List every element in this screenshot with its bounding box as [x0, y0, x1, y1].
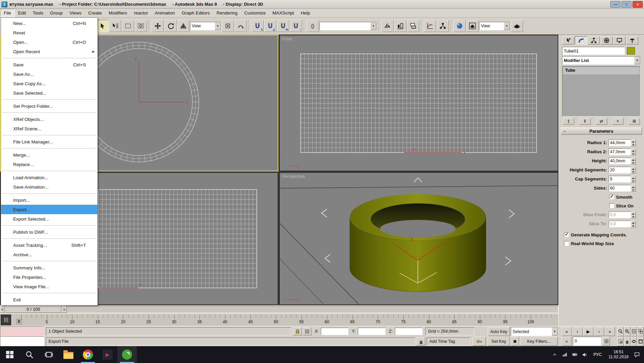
- mirror[interactable]: [381, 20, 394, 32]
- play-button[interactable]: ▶: [583, 327, 593, 336]
- material-editor[interactable]: [454, 20, 466, 32]
- menu-bar-item[interactable]: Modifiers: [105, 9, 130, 17]
- generate-mapping-checkbox[interactable]: [564, 232, 569, 237]
- use-pivot-point-center[interactable]: [222, 20, 234, 32]
- select-object[interactable]: [96, 20, 109, 32]
- file-explorer-button[interactable]: [59, 346, 78, 363]
- file-menu-item[interactable]: Set Project Folder...: [1, 101, 97, 111]
- layer-manager[interactable]: [407, 20, 419, 32]
- combo-arrow-icon[interactable]: ▼: [370, 22, 376, 30]
- file-menu-item[interactable]: View Image File...: [1, 282, 97, 291]
- spinner-snap-toggle[interactable]: ↕: [290, 20, 302, 32]
- viewport-front[interactable]: Front xy zxy: [279, 35, 558, 171]
- combo-arrow-icon[interactable]: ▼: [215, 22, 221, 30]
- file-menu-item[interactable]: Archive...: [1, 250, 97, 259]
- viewport-perspective[interactable]: Perspective yx zxy: [279, 172, 558, 305]
- tray-expand-button[interactable]: [550, 346, 559, 363]
- menu-bar-item[interactable]: Customize: [241, 9, 269, 17]
- select-and-move[interactable]: [152, 20, 164, 32]
- snap-toggle-3d[interactable]: 3: [251, 20, 264, 32]
- configure-modifier-sets-button[interactable]: ⊞: [628, 118, 640, 125]
- select-by-name[interactable]: [109, 20, 121, 32]
- previous-frame-button[interactable]: ‹: [572, 327, 583, 336]
- z-coordinate-field[interactable]: [395, 328, 423, 335]
- menu-bar-item[interactable]: Create: [85, 9, 105, 17]
- set-keys-button[interactable]: [472, 337, 486, 346]
- radius2-field[interactable]: [609, 148, 631, 155]
- panel-tab-hierarchy[interactable]: [588, 36, 600, 44]
- zoom-button[interactable]: [617, 327, 624, 336]
- menu-bar-item[interactable]: Animation: [151, 9, 178, 17]
- battery-tray-icon[interactable]: [571, 346, 579, 363]
- go-to-start-button[interactable]: «: [561, 327, 572, 336]
- select-and-rotate[interactable]: [164, 20, 177, 32]
- panel-tab-display[interactable]: [613, 36, 625, 44]
- select-and-scale[interactable]: [177, 20, 189, 32]
- file-menu-item[interactable]: XRef Objects...: [1, 114, 97, 124]
- file-menu-item[interactable]: [2, 112, 96, 113]
- file-menu-item[interactable]: [2, 193, 96, 194]
- file-menu-item[interactable]: Reset: [1, 28, 97, 37]
- file-menu-item[interactable]: [2, 99, 96, 100]
- render-scene-dialog[interactable]: [466, 20, 479, 32]
- named-selection-sets-combo[interactable]: ▼: [319, 22, 377, 30]
- parameters-rollout-header[interactable]: - Parameters: [561, 127, 642, 135]
- task-view-button[interactable]: [39, 346, 59, 363]
- network-tray-icon[interactable]: [560, 346, 569, 363]
- start-button[interactable]: [0, 346, 20, 363]
- menu-bar-item[interactable]: Views: [66, 9, 85, 17]
- file-menu-item[interactable]: Open... Ctrl+O: [1, 37, 97, 47]
- file-menu-item[interactable]: Exit: [1, 295, 97, 304]
- radius2-spinner[interactable]: [631, 148, 636, 155]
- modifier-stack-item[interactable]: Tube: [563, 67, 640, 74]
- time-slider-next-button[interactable]: >: [62, 306, 67, 313]
- file-menu-item[interactable]: [2, 135, 96, 135]
- file-menu-item[interactable]: [2, 238, 96, 239]
- file-menu-item[interactable]: Publish to DWF...: [1, 227, 97, 237]
- slice-on-checkbox[interactable]: [609, 203, 614, 208]
- y-coordinate-field[interactable]: [358, 328, 386, 335]
- combo-arrow-icon[interactable]: ▼: [552, 327, 558, 336]
- auto-key-button[interactable]: Auto Key: [488, 327, 510, 336]
- key-filters-button[interactable]: Key Filters...: [520, 337, 558, 346]
- clock[interactable]: 16:51 11.02.2019: [606, 350, 631, 360]
- file-menu-item[interactable]: [2, 293, 96, 293]
- edit-named-selection-sets[interactable]: {}: [307, 20, 319, 32]
- pan-status-button[interactable]: [417, 337, 425, 345]
- zoom-region-button[interactable]: [617, 337, 624, 346]
- height-segments-spinner[interactable]: [631, 167, 636, 173]
- zoom-extents-all-button[interactable]: [637, 327, 644, 336]
- sides-spinner[interactable]: [631, 185, 636, 192]
- combo-arrow-icon[interactable]: ▼: [504, 22, 510, 30]
- listener-script-line[interactable]: [0, 336, 44, 346]
- track-bar[interactable]: 0 51015202530354045505560657075808590951…: [0, 314, 558, 326]
- menu-bar-item[interactable]: Help: [297, 9, 313, 17]
- panel-tab-motion[interactable]: [601, 36, 613, 44]
- file-menu-item[interactable]: Replace...: [1, 160, 97, 169]
- object-color-swatch[interactable]: [627, 47, 635, 55]
- sides-field[interactable]: [609, 185, 631, 192]
- go-to-end-button[interactable]: »: [605, 327, 615, 336]
- file-menu-item[interactable]: Open Recent ▶: [1, 47, 97, 56]
- go-to-start-button[interactable]: «: [561, 337, 572, 346]
- radius1-field[interactable]: [609, 139, 631, 146]
- add-time-tag-field[interactable]: Add Time Tag: [427, 337, 470, 345]
- window-crossing-toggle[interactable]: [135, 20, 147, 32]
- remove-modifier-button[interactable]: ×: [612, 118, 623, 125]
- media-app-button[interactable]: ▶: [98, 346, 117, 363]
- current-frame-field[interactable]: [573, 337, 601, 345]
- current-frame-marker[interactable]: 0: [16, 319, 22, 324]
- panel-tab-create[interactable]: [562, 36, 574, 44]
- menu-bar-item[interactable]: Rendering: [213, 9, 241, 17]
- menu-bar-item[interactable]: File: [0, 9, 15, 17]
- time-slider-handle[interactable]: 0 / 100: [5, 306, 61, 313]
- 3dsmax-app-button[interactable]: [117, 346, 137, 363]
- combo-arrow-icon[interactable]: ▼: [634, 57, 640, 64]
- real-world-checkbox[interactable]: [564, 241, 569, 246]
- menu-bar-item[interactable]: reactor: [130, 9, 151, 17]
- maximize-button[interactable]: □: [621, 1, 632, 8]
- rollout-collapse-icon[interactable]: -: [564, 129, 565, 134]
- file-menu-item[interactable]: Load Animation...: [1, 173, 97, 182]
- menu-bar-item[interactable]: Group: [47, 9, 66, 17]
- file-menu-item[interactable]: [2, 58, 96, 58]
